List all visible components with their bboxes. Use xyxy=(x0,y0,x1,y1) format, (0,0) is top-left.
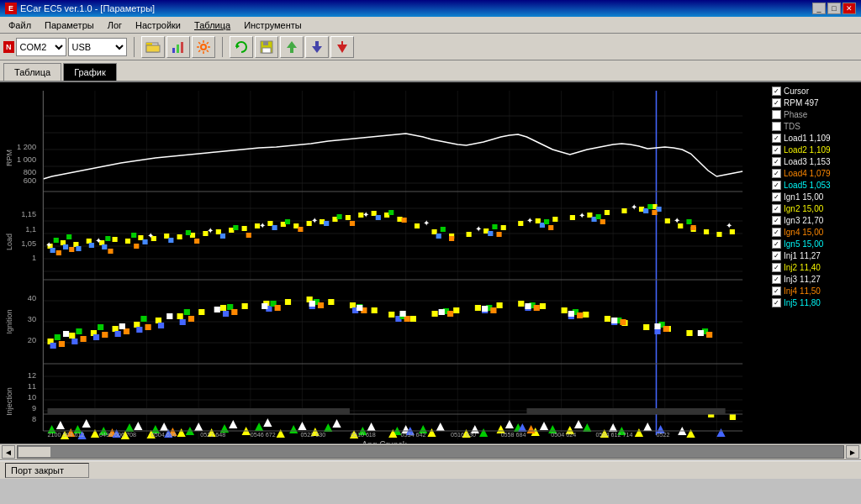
menu-log[interactable]: Лог xyxy=(101,18,129,32)
legend-checkbox-inj5[interactable] xyxy=(772,298,781,307)
legend-item-rpm[interactable]: RPM 497 xyxy=(770,97,859,108)
legend-item-load3[interactable]: Load3 1,153 xyxy=(770,156,859,167)
svg-text:Ang Crunck: Ang Crunck xyxy=(362,440,408,444)
svg-text:✦: ✦ xyxy=(423,218,430,228)
svg-text:1,15: 1,15 xyxy=(21,210,36,218)
refresh-button[interactable] xyxy=(230,36,253,58)
chart-button[interactable] xyxy=(166,36,190,58)
legend-item-ign4[interactable]: Ign4 15,00 xyxy=(770,227,859,238)
upload-button[interactable] xyxy=(280,36,304,58)
svg-rect-135 xyxy=(246,233,251,238)
legend-checkbox-inj3[interactable] xyxy=(772,275,781,284)
port-select[interactable]: COM2 COM1 COM3 xyxy=(16,38,66,56)
titlebar-controls[interactable]: _ □ ✕ xyxy=(812,3,856,14)
svg-rect-4 xyxy=(177,45,179,53)
menu-table[interactable]: Таблица xyxy=(188,18,237,32)
menu-params[interactable]: Параметры xyxy=(38,18,101,32)
svg-rect-5 xyxy=(181,42,183,53)
legend-checkbox-load3[interactable] xyxy=(772,157,781,166)
legend-checkbox-load2[interactable] xyxy=(772,145,781,155)
minimize-button[interactable]: _ xyxy=(812,3,826,14)
svg-text:11: 11 xyxy=(28,382,36,391)
scroll-left-button[interactable]: ◄ xyxy=(2,445,15,459)
legend-checkbox-inj4[interactable] xyxy=(772,286,781,296)
main-area: ✦ ✦ ✦ ✦ ✦ ✦ ✦ ✦ ✦ ✦ ✦ ✦ ✦ ✦ xyxy=(0,82,861,444)
legend-item-tds[interactable]: TDS xyxy=(770,121,859,132)
menu-file[interactable]: Файл xyxy=(2,18,38,32)
legend-item-load4[interactable]: Load4 1,079 xyxy=(770,168,859,179)
scroll-right-button[interactable]: ► xyxy=(846,445,859,459)
legend-item-ign2[interactable]: Ign2 15,00 xyxy=(770,203,859,214)
status-text: Порт закрыт xyxy=(11,465,64,475)
legend-checkbox-ign2[interactable] xyxy=(772,204,781,213)
svg-text:Injection: Injection xyxy=(5,387,13,415)
legend-checkbox-ign5[interactable] xyxy=(772,239,781,249)
maximize-button[interactable]: □ xyxy=(827,3,841,14)
legend-checkbox-phase[interactable] xyxy=(772,110,781,119)
svg-rect-233 xyxy=(231,309,237,315)
svg-rect-166 xyxy=(198,309,204,315)
legend-panel: Cursor RPM 497 Phase TDS Load1 1,109 Loa… xyxy=(769,82,861,444)
legend-checkbox-ign3[interactable] xyxy=(772,216,781,225)
legend-item-inj5[interactable]: Inj5 11,80 xyxy=(770,297,859,308)
stop-button[interactable] xyxy=(330,36,354,58)
svg-text:10: 10 xyxy=(28,393,36,402)
legend-item-load2[interactable]: Load2 1,109 xyxy=(770,144,859,155)
svg-rect-173 xyxy=(350,302,356,308)
legend-item-load1[interactable]: Load1 1,109 xyxy=(770,133,859,144)
legend-item-load5[interactable]: Load5 1,053 xyxy=(770,180,859,191)
legend-item-inj2[interactable]: Inj2 11,40 xyxy=(770,262,859,273)
svg-text:Ignition: Ignition xyxy=(5,310,13,334)
legend-checkbox-rpm[interactable] xyxy=(772,98,781,108)
legend-item-ign1[interactable]: Ign1 15,00 xyxy=(770,192,859,202)
tab-chart[interactable]: График xyxy=(63,63,117,82)
legend-item-inj4[interactable]: Inj4 11,50 xyxy=(770,286,859,297)
n-badge: N xyxy=(3,41,14,53)
svg-rect-134 xyxy=(194,239,199,244)
legend-item-inj3[interactable]: Inj3 11,27 xyxy=(770,274,859,285)
svg-text:0504 612 714: 0504 612 714 xyxy=(596,432,633,438)
tab-table[interactable]: Таблица xyxy=(3,63,61,81)
open-button[interactable] xyxy=(141,36,165,58)
legend-item-ign5[interactable]: Ign5 15,00 xyxy=(770,239,859,249)
svg-text:✦: ✦ xyxy=(311,216,318,225)
svg-rect-170 xyxy=(285,299,291,305)
scrollbar-thumb[interactable] xyxy=(18,446,51,458)
svg-rect-117 xyxy=(105,236,110,241)
svg-rect-211 xyxy=(76,328,82,334)
svg-rect-261 xyxy=(47,408,349,414)
legend-checkbox-tds[interactable] xyxy=(772,122,781,131)
svg-rect-136 xyxy=(298,227,303,232)
menu-tools[interactable]: Инструменты xyxy=(237,18,309,32)
legend-checkbox-ign4[interactable] xyxy=(772,228,781,237)
legend-checkbox-cursor[interactable] xyxy=(772,87,781,96)
download-button[interactable] xyxy=(305,36,329,58)
legend-item-cursor[interactable]: Cursor xyxy=(770,86,859,97)
save-button[interactable] xyxy=(255,36,278,58)
svg-rect-179 xyxy=(475,305,481,311)
close-button[interactable]: ✕ xyxy=(843,3,856,14)
legend-checkbox-inj2[interactable] xyxy=(772,263,781,272)
svg-rect-121 xyxy=(285,219,290,224)
legend-checkbox-load1[interactable] xyxy=(772,134,781,143)
svg-text:800: 800 xyxy=(24,168,36,176)
settings-button[interactable] xyxy=(192,36,215,58)
legend-checkbox-load4[interactable] xyxy=(772,169,781,178)
svg-rect-174 xyxy=(372,307,378,313)
scrollbar-track[interactable] xyxy=(17,445,844,459)
svg-rect-252 xyxy=(399,311,405,317)
svg-rect-239 xyxy=(490,307,496,313)
svg-text:0534 642: 0534 642 xyxy=(401,432,426,438)
svg-rect-197 xyxy=(158,323,164,328)
connection-select[interactable]: USB Bluetooth xyxy=(68,38,127,56)
legend-checkbox-load5[interactable] xyxy=(772,181,781,190)
chart-container[interactable]: ✦ ✦ ✦ ✦ ✦ ✦ ✦ ✦ ✦ ✦ ✦ ✦ ✦ ✦ xyxy=(0,82,769,444)
legend-label-load2: Load2 1,109 xyxy=(784,145,831,155)
legend-item-inj1[interactable]: Inj1 11,27 xyxy=(770,250,859,261)
legend-item-ign3[interactable]: Ign3 21,70 xyxy=(770,215,859,226)
menu-settings[interactable]: Настройки xyxy=(129,18,188,32)
legend-checkbox-ign1[interactable] xyxy=(772,192,781,202)
legend-item-phase[interactable]: Phase xyxy=(770,109,859,120)
legend-checkbox-inj1[interactable] xyxy=(772,251,781,260)
svg-rect-83 xyxy=(518,221,523,226)
